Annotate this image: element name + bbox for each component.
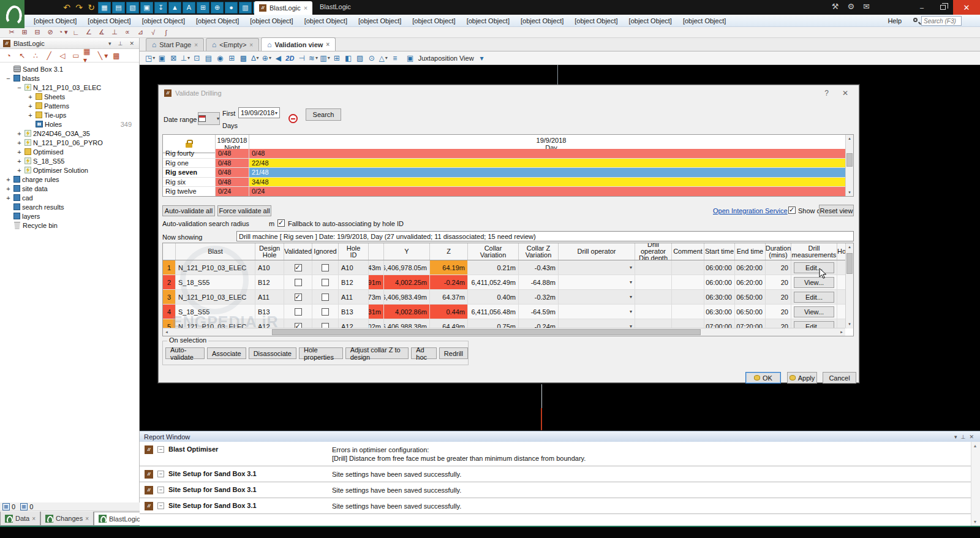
rig-table-scrollbar[interactable]: ▴ ▾ [845, 135, 853, 196]
ignored-cell[interactable] [312, 260, 339, 275]
col-header-end-time[interactable]: End time [735, 243, 766, 260]
auto-validate-all-button[interactable]: Auto-validate all [162, 205, 215, 216]
col-header-z[interactable]: Z [430, 243, 468, 260]
document-icon[interactable]: ▥ [239, 2, 252, 13]
create-polyline-icon[interactable]: ∟ [70, 28, 81, 37]
view-cube-icon[interactable]: ◳ [145, 53, 156, 64]
tab-validation-view[interactable]: ⌂ Validation view × [261, 37, 336, 51]
tree-expander[interactable]: + [16, 148, 23, 156]
ignored-cell[interactable] [312, 290, 339, 304]
bottom-tab-blastlogic[interactable]: BlastLogic × [94, 512, 140, 526]
menu-item[interactable]: [object Object] [677, 15, 731, 27]
highlight-icon[interactable]: ◉ [214, 53, 225, 64]
box-pick-tool-icon[interactable]: ▭ [70, 50, 82, 61]
app-tab-blastlogic[interactable]: BlastLogic × [254, 1, 312, 15]
dialog-help-icon[interactable]: ? [820, 89, 834, 97]
solid-icon[interactable]: ● [225, 2, 238, 13]
tree-item-site-data[interactable]: + site data [0, 184, 139, 193]
tree-item-charge-rules[interactable]: + charge rules [0, 175, 139, 184]
help-menu[interactable]: Help [888, 15, 902, 27]
report-entry[interactable]: − Blast Optimiser Errors in optimiser co… [140, 442, 980, 466]
tree-item-search-results[interactable]: search results [0, 202, 139, 211]
auto-validate-button[interactable]: Auto-validate [165, 347, 205, 359]
tree-item-patterns[interactable]: + Patterns [0, 101, 139, 110]
scroll-down-icon[interactable]: ▾ [846, 320, 853, 328]
menu-item[interactable]: [object Object] [244, 15, 298, 27]
menu-item[interactable]: [object Object] [137, 15, 190, 27]
measurements-button[interactable]: View... [794, 306, 834, 317]
polygon-pick-tool-icon[interactable]: ◁ [56, 50, 69, 61]
validated-cell[interactable] [284, 305, 312, 319]
tab-close-icon[interactable]: × [85, 515, 89, 522]
query-angle-icon[interactable]: √ [148, 28, 159, 37]
report-view-icon[interactable]: ▧ [126, 2, 139, 13]
import-icon[interactable]: ↧ [154, 2, 167, 13]
dip-depth-cell[interactable] [635, 319, 672, 328]
tree-item-sandbox[interactable]: Sand Box 3.1 [0, 64, 139, 74]
tab-start-page[interactable]: ⌂ Start Page × [146, 38, 204, 51]
show-drill-path-checkbox[interactable] [788, 206, 796, 214]
panel-pin-icon[interactable]: ⊥ [116, 40, 125, 47]
drill-operator-select[interactable]: ▾ [559, 260, 635, 275]
col-header-design-hole[interactable]: Design Hole [255, 243, 284, 260]
table-row[interactable]: 5 N_121_P10_03_ELEC A12 A12 02m 6,406,98… [163, 319, 853, 328]
tree-item-optimiser-solution[interactable]: + Optimiser Solution [0, 165, 139, 175]
validated-checkbox[interactable] [295, 279, 302, 286]
apply-button[interactable]: Apply [787, 372, 817, 384]
collapse-icon[interactable]: − [157, 471, 164, 477]
fallback-checkbox[interactable] [277, 219, 285, 227]
pattern-tool-icon[interactable]: ▩ [110, 50, 123, 61]
cut-icon[interactable]: ✂ [6, 28, 17, 37]
search-button[interactable]: Search [306, 108, 341, 121]
select-tool-icon[interactable]: ↖ [16, 50, 28, 61]
validated-cell[interactable] [284, 290, 312, 304]
report-entry[interactable]: − Site Setup for Sand Box 3.1 Site setti… [140, 498, 980, 514]
2d-mode-icon[interactable]: 2D [284, 53, 295, 64]
drill-operator-select[interactable]: ▾ [559, 319, 635, 328]
tree-expander[interactable]: − [5, 75, 12, 82]
clip-box-icon[interactable]: ⊡ [191, 53, 202, 64]
disassociate-button[interactable]: Disassociate [249, 347, 296, 359]
menu-item[interactable]: [object Object] [299, 15, 353, 27]
table-row[interactable]: 1 N_121_P10_03_ELEC A10 A10 43m 6,406,97… [163, 260, 853, 275]
cancel-icon[interactable]: ⊘ [45, 28, 56, 37]
tree-item-blasts[interactable]: − blasts [0, 74, 139, 83]
date-mode-button[interactable]: ▾ [198, 112, 220, 125]
tree-expander[interactable]: + [5, 176, 12, 183]
dialog-close-icon[interactable]: ✕ [837, 89, 853, 97]
force-validate-all-button[interactable]: Force validate all [217, 205, 271, 216]
render-icon[interactable]: ▩ [238, 53, 249, 64]
table-view-icon[interactable]: ▤ [112, 2, 125, 13]
restore-button[interactable] [932, 0, 953, 15]
hole-properties-button[interactable]: Hole properties [299, 347, 343, 359]
mail-icon[interactable]: ✉ [863, 2, 870, 11]
tree-item-tie-ups[interactable]: + Tie-ups [0, 110, 139, 119]
tree-item-sheets[interactable]: + Sheets [0, 92, 139, 101]
minimize-button[interactable]: – [911, 0, 932, 15]
ignored-checkbox[interactable] [322, 279, 329, 286]
validated-checkbox[interactable] [295, 264, 302, 271]
col-header-collar-z-variation[interactable]: Collar Z Variation [519, 243, 559, 260]
bottom-tab-changes[interactable]: Changes × [40, 512, 94, 526]
col-header-x[interactable] [369, 243, 384, 260]
tree-expander[interactable]: + [16, 139, 23, 146]
col-header-comment[interactable]: Comment [672, 243, 704, 260]
text-tool-icon[interactable]: A [183, 2, 195, 13]
create-surface-icon[interactable]: ∝ [122, 28, 133, 37]
scroll-up-icon[interactable]: ▴ [846, 135, 853, 142]
close-button[interactable]: ✕ [953, 0, 980, 15]
dip-depth-cell[interactable] [635, 290, 672, 304]
scroll-up-icon[interactable]: ▴ [974, 443, 976, 449]
snap-settings-icon[interactable]: ◔ ▾ [58, 28, 69, 37]
col-header-y[interactable]: Y [384, 243, 430, 260]
linked-views-icon[interactable]: ▾ [477, 53, 488, 64]
juxtaposition-view-control[interactable]: ▣ Juxtaposition View ▾ [405, 53, 488, 64]
dip-depth-cell[interactable] [635, 260, 672, 275]
ignored-checkbox[interactable] [322, 264, 329, 271]
panel-close-icon[interactable]: ✕ [967, 434, 976, 440]
measure-icon[interactable]: ∆ [249, 53, 260, 64]
app-tab-close-icon[interactable]: × [304, 4, 307, 12]
tab-close-icon[interactable]: × [249, 42, 253, 48]
tab-empty[interactable]: ⌂ <Empty> × [206, 38, 259, 51]
menu-item[interactable]: [object Object] [407, 15, 461, 27]
